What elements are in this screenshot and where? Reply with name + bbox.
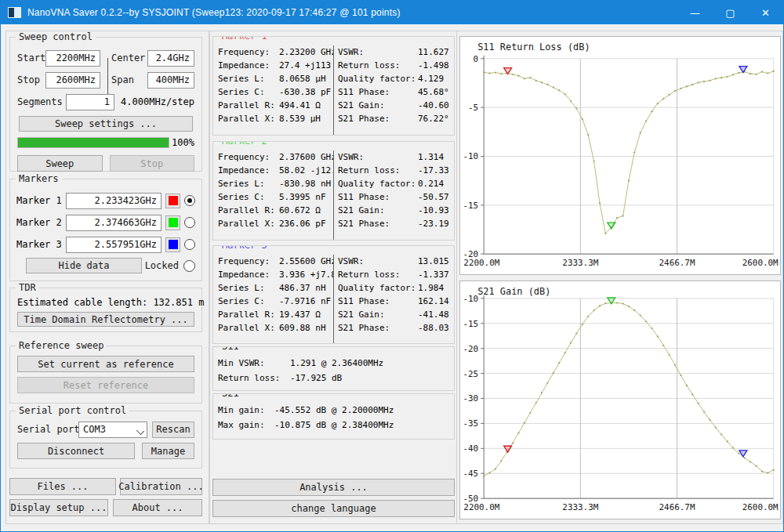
minimize-button[interactable]: —	[677, 1, 713, 24]
svg-text:2200.0M: 2200.0M	[463, 258, 499, 268]
step-size-text: 4.000MHz/step	[114, 96, 194, 107]
marker-2-label: Marker 2	[16, 217, 62, 228]
data-row: Parallel R:494.41 Ω	[218, 99, 333, 112]
marker-1-label: Marker 1	[16, 195, 62, 206]
display-setup-button[interactable]: Display setup ...	[9, 499, 108, 516]
sweep-button[interactable]: Sweep	[17, 155, 103, 172]
data-row: S21 Phase:-88.03°	[338, 321, 449, 335]
markers-group: Markers Marker 12.233423GHzMarker 22.374…	[9, 179, 202, 281]
marker-2-data-panel: Marker 2Frequency:2.37600 GHzImpedance:5…	[212, 141, 455, 241]
marker-1-chart-marker	[504, 446, 512, 452]
segments-label: Segments	[17, 96, 66, 107]
about-button[interactable]: About ...	[113, 499, 202, 516]
data-row: Parallel X:8.539 μH	[218, 112, 333, 125]
serial-port-select[interactable]: COM3	[78, 422, 147, 438]
analysis-button[interactable]: Analysis ...	[212, 479, 455, 496]
data-row: Return loss:-1.337 dB	[338, 268, 449, 281]
tdr-group: TDR Estimated cable length: 132.851 m Ti…	[9, 288, 202, 332]
rescan-button[interactable]: Rescan	[152, 422, 194, 438]
change-language-button[interactable]: change language	[212, 500, 455, 517]
set-reference-button[interactable]: Set current as reference	[17, 356, 194, 372]
data-row: Parallel X:609.88 nH	[218, 321, 333, 335]
s21-chart-plot[interactable]: S21 Gain (dB)-10-15-20-25-30-35-40-45-50…	[460, 281, 780, 519]
marker-1-color-button[interactable]	[165, 194, 180, 208]
center-input[interactable]: 2.4GHz	[147, 50, 194, 67]
chevron-down-icon	[136, 426, 144, 434]
marker-1-data-panel: Marker 1Frequency:2.23200 GHzImpedance:2…	[212, 36, 455, 136]
data-row: Parallel R:19.437 Ω	[218, 308, 333, 321]
manage-button[interactable]: Manage	[142, 443, 194, 459]
svg-text:-35: -35	[463, 418, 478, 429]
marker-3-frequency-input[interactable]: 2.557951GHz	[66, 237, 162, 253]
center-label: Center	[111, 52, 147, 63]
data-row: Frequency:2.37600 GHz	[218, 150, 333, 164]
data-row: Quality factor:0.214	[338, 177, 449, 190]
marker-rows: Marker 12.233423GHzMarker 22.374663GHzMa…	[16, 190, 195, 255]
svg-text:2333.3M: 2333.3M	[562, 258, 598, 268]
s21-summary-panel: S21Min gain:-45.552 dB @ 2.20000MHzMax g…	[212, 393, 455, 440]
summary-panel-title: S21	[219, 393, 242, 399]
data-row: Quality factor:1.984	[338, 281, 449, 295]
svg-text:-10: -10	[463, 151, 478, 161]
titlebar: NanoVNA Saver 0.2.2--by SYSJOINT (Sweep1…	[1, 1, 783, 24]
segments-input[interactable]: 1	[66, 94, 114, 110]
app-icon	[8, 7, 21, 18]
time-domain-reflectometry-button[interactable]: Time Domain Reflectometry ...	[17, 312, 194, 327]
data-row: VSWR:1.314	[338, 150, 449, 164]
tdr-title: TDR	[16, 282, 39, 293]
summary-panel-title: S11	[219, 346, 242, 352]
reference-sweep-group: Reference sweep Set current as reference…	[9, 346, 202, 404]
data-panel-title: Marker 3	[219, 245, 270, 251]
span-label: Span	[111, 74, 147, 85]
marker-2-frequency-input[interactable]: 2.374663GHz	[66, 215, 162, 231]
data-row: Impedance:58.02 -j12.4 Ω	[218, 164, 333, 177]
svg-text:-30: -30	[463, 393, 478, 404]
data-row: S21 Gain:-10.933 dB	[338, 204, 449, 217]
locked-radio[interactable]	[183, 260, 195, 272]
stop-input[interactable]: 2600MHz	[45, 72, 100, 89]
svg-text:2600.0M: 2600.0M	[742, 502, 779, 512]
data-row: Series L:-830.98 nH	[218, 177, 333, 190]
data-row: S21 Phase:76.22°	[338, 112, 449, 125]
data-row: Return loss:-1.498 dB	[338, 59, 449, 72]
marker-3-data-panel: Marker 3Frequency:2.55600 GHzImpedance:3…	[212, 245, 455, 344]
disconnect-button[interactable]: Disconnect	[17, 443, 135, 459]
data-row: Min gain:-45.552 dB @ 2.20000MHz	[218, 403, 449, 418]
span-input[interactable]: 400MHz	[147, 72, 194, 89]
marker-2-chart-marker	[608, 223, 615, 229]
s11-chart-plot[interactable]: S11 Return Loss (dB)0-5-10-15-202200.0M2…	[460, 37, 780, 274]
sweep-progress-fill	[18, 138, 169, 147]
marker-1-frequency-input[interactable]: 2.233423GHz	[66, 193, 162, 209]
data-row: Frequency:2.23200 GHz	[218, 45, 333, 59]
data-row: Impedance:3.936 +j7.81 Ω	[218, 268, 333, 281]
close-button[interactable]: ✕	[748, 1, 783, 24]
sweep-progress-bar	[17, 137, 169, 148]
progress-percent-label: 100%	[172, 137, 194, 148]
marker-3-row: Marker 32.557951GHz	[16, 233, 195, 255]
data-row: Series L:486.37 nH	[218, 281, 333, 295]
sweep-settings-button[interactable]: Sweep settings ...	[19, 116, 193, 132]
marker-3-color-button[interactable]	[165, 237, 180, 252]
data-row: S11 Phase:-50.57°	[338, 190, 449, 204]
sweep-control-group: Sweep control Start 2200MHz Center 2.4GH…	[9, 37, 202, 172]
maximize-button[interactable]: ▢	[713, 1, 748, 24]
sweep-control-title: Sweep control	[16, 31, 96, 42]
svg-text:0: 0	[474, 54, 479, 64]
serial-port-title: Serial port control	[16, 405, 129, 416]
data-row: Series L:8.0658 μH	[218, 72, 333, 85]
svg-text:-5: -5	[468, 103, 478, 113]
start-input[interactable]: 2200MHz	[45, 50, 100, 67]
hide-data-button[interactable]: Hide data	[26, 258, 142, 273]
marker-2-radio[interactable]	[184, 217, 195, 228]
cable-length-text: Estimated cable length: 132.851 m	[17, 297, 194, 308]
data-row: Impedance:27.4 +j113 Ω	[218, 59, 333, 72]
marker-1-radio[interactable]	[184, 195, 195, 206]
svg-text:2600.0M: 2600.0M	[742, 258, 779, 268]
files-button[interactable]: Files ...	[9, 478, 116, 495]
svg-text:-15: -15	[463, 201, 478, 211]
s11-return-loss-chart: S11 Return Loss (dB)0-5-10-15-202200.0M2…	[459, 36, 781, 275]
marker-3-radio[interactable]	[184, 239, 195, 250]
calibration-button[interactable]: Calibration ...	[120, 478, 202, 495]
markers-title: Markers	[16, 173, 62, 184]
marker-2-color-button[interactable]	[165, 215, 180, 230]
